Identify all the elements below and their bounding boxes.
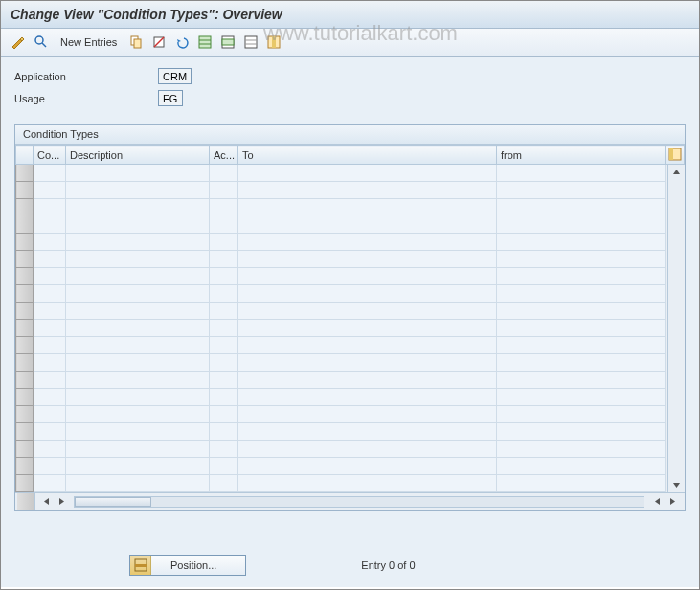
table-cell[interactable] [34,199,66,216]
table-cell[interactable] [34,354,66,372]
table-cell[interactable] [238,199,497,216]
table-cell[interactable] [66,406,210,423]
table-cell[interactable] [497,165,666,182]
row-selector[interactable] [16,475,34,492]
column-from-header[interactable]: from [497,146,666,165]
table-cell[interactable] [497,441,666,458]
table-row[interactable] [16,182,685,199]
scroll-left-icon[interactable] [39,495,53,509]
select-all-icon[interactable] [195,33,215,52]
table-cell[interactable] [66,320,210,337]
scroll-up-icon[interactable] [669,165,684,179]
table-cell[interactable] [210,354,238,372]
table-cell[interactable] [34,285,66,303]
table-cell[interactable] [497,285,666,303]
table-cell[interactable] [66,199,210,216]
table-row[interactable] [16,389,685,406]
table-cell[interactable] [238,165,497,182]
table-cell[interactable] [210,165,238,182]
configuration-icon[interactable] [264,33,283,52]
hscroll-track[interactable] [74,496,644,508]
table-cell[interactable] [238,268,497,285]
table-cell[interactable] [238,475,497,492]
table-cell[interactable] [210,320,238,337]
table-cell[interactable] [210,199,238,216]
table-cell[interactable] [210,389,238,406]
table-cell[interactable] [497,216,666,234]
row-selector[interactable] [16,423,34,441]
table-cell[interactable] [34,423,66,441]
table-cell[interactable] [66,389,210,406]
table-row[interactable] [16,406,685,423]
table-cell[interactable] [66,268,210,285]
find-icon[interactable] [32,33,51,52]
table-cell[interactable] [210,285,238,303]
table-cell[interactable] [210,423,238,441]
table-row[interactable] [16,475,685,492]
row-selector[interactable] [16,216,34,234]
row-selector[interactable] [16,251,34,268]
table-cell[interactable] [210,234,238,251]
column-selector-header[interactable] [16,146,34,165]
table-cell[interactable] [34,216,66,234]
table-cell[interactable] [497,199,666,216]
table-row[interactable] [16,337,685,354]
column-co-header[interactable]: Co... [34,146,66,165]
table-row[interactable] [16,372,685,389]
table-row[interactable] [16,354,685,372]
table-cell[interactable] [497,372,666,389]
row-selector[interactable] [16,372,34,389]
table-cell[interactable] [34,234,66,251]
table-cell[interactable] [497,251,666,268]
row-selector[interactable] [16,337,34,354]
table-cell[interactable] [497,303,666,320]
table-cell[interactable] [238,458,497,475]
table-cell[interactable] [210,182,238,199]
table-cell[interactable] [238,182,497,199]
table-cell[interactable] [497,337,666,354]
table-cell[interactable] [66,337,210,354]
table-row[interactable] [16,165,685,182]
table-row[interactable] [16,423,685,441]
table-cell[interactable] [238,320,497,337]
row-selector[interactable] [16,406,34,423]
table-cell[interactable] [497,389,666,406]
table-cell[interactable] [210,458,238,475]
hscroll-thumb[interactable] [75,497,151,507]
table-cell[interactable] [34,406,66,423]
new-entries-button[interactable]: New Entries [55,34,123,50]
undo-change-icon[interactable] [172,33,192,52]
row-selector[interactable] [16,234,34,251]
copy-as-icon[interactable] [126,33,146,52]
table-cell[interactable] [66,354,210,372]
select-block-icon[interactable] [218,33,237,52]
row-selector[interactable] [16,320,34,337]
row-selector[interactable] [16,389,34,406]
column-ac-header[interactable]: Ac... [210,146,238,165]
table-settings-icon[interactable] [668,148,682,161]
table-cell[interactable] [66,458,210,475]
table-cell[interactable] [66,251,210,268]
table-cell[interactable] [66,372,210,389]
column-to-header[interactable]: To [238,146,497,165]
table-cell[interactable] [497,182,666,199]
table-cell[interactable] [497,320,666,337]
table-row[interactable] [16,303,685,320]
row-selector[interactable] [16,182,34,199]
table-cell[interactable] [66,441,210,458]
table-cell[interactable] [210,268,238,285]
table-cell[interactable] [66,475,210,492]
table-cell[interactable] [238,285,497,303]
table-cell[interactable] [210,251,238,268]
deselect-all-icon[interactable] [241,33,260,52]
table-cell[interactable] [238,406,497,423]
table-cell[interactable] [497,268,666,285]
row-selector[interactable] [16,303,34,320]
table-row[interactable] [16,216,685,234]
table-cell[interactable] [210,441,238,458]
table-cell[interactable] [210,216,238,234]
table-cell[interactable] [497,475,666,492]
table-cell[interactable] [210,406,238,423]
table-cell[interactable] [34,458,66,475]
table-row[interactable] [16,458,685,475]
